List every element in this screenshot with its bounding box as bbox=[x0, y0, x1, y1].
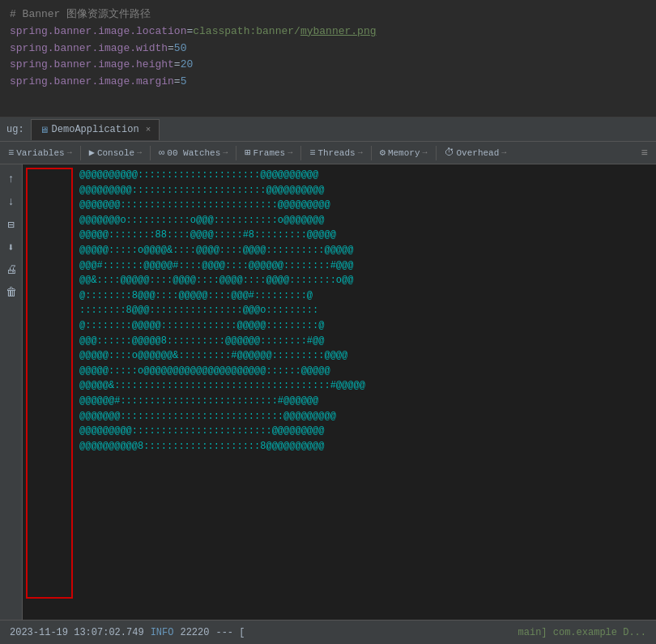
scroll-down-button[interactable]: ↓ bbox=[3, 194, 19, 210]
toolbar-frames-label: Frames bbox=[253, 148, 286, 158]
memory-icon: ⚙ bbox=[380, 147, 386, 159]
code-editor: # Banner 图像资源文件路径 spring.banner.image.lo… bbox=[0, 0, 656, 117]
frames-arrow-icon: → bbox=[288, 148, 292, 157]
code-key-1: spring.banner.image.location bbox=[10, 25, 186, 37]
code-num-3: 5 bbox=[181, 75, 187, 87]
toolbar-overhead[interactable]: ⏱ Overhead → bbox=[440, 145, 512, 160]
console-line-7: @@@#:::::::@@@@@#::::@@@@::::@@@@@@:::::… bbox=[23, 258, 656, 274]
console-line-5: @@@@@::::::::88::::@@@@:::::#8:::::::::@… bbox=[23, 228, 656, 243]
code-num-2: 20 bbox=[181, 58, 194, 70]
toolbar-variables[interactable]: ≡ Variables → bbox=[3, 146, 77, 160]
toolbar-threads[interactable]: ≡ Threads → bbox=[305, 146, 367, 160]
debug-label: ug: bbox=[6, 124, 24, 135]
toolbar-sep-3 bbox=[236, 146, 236, 160]
sidebar-buttons: ↑ ↓ ⊟ ⬇ 🖨 🗑 bbox=[0, 164, 23, 620]
code-link-1: mybanner.png bbox=[300, 25, 377, 37]
console-line-9: @::::::::8@@@::::@@@@@::::@@@#:::::::::@ bbox=[23, 288, 656, 304]
status-class: main] com.example D... bbox=[518, 627, 646, 638]
console-line-18: @@@@@@@@@::::::::::::::::::::::::@@@@@@@… bbox=[23, 424, 656, 439]
toolbar-sep-4 bbox=[300, 146, 301, 160]
code-key-3: spring.banner.image.height bbox=[10, 58, 174, 70]
console-icon: ▶ bbox=[89, 147, 95, 159]
console-line-2: @@@@@@@@@:::::::::::::::::::::::@@@@@@@@… bbox=[23, 183, 656, 198]
demo-application-tab[interactable]: 🖥 DemoApplication × bbox=[31, 119, 160, 140]
toolbar: ≡ Variables → ▶ Console → ∞ 00 Watches →… bbox=[0, 142, 656, 164]
variables-arrow-icon: → bbox=[67, 148, 72, 157]
toolbar-overhead-label: Overhead bbox=[457, 148, 500, 158]
frames-icon: ⊞ bbox=[245, 147, 250, 159]
tab-close-button[interactable]: × bbox=[146, 125, 151, 134]
threads-icon: ≡ bbox=[309, 147, 315, 159]
collapse-button[interactable]: ⊟ bbox=[3, 216, 19, 232]
toolbar-frames[interactable]: ⊞ Frames → bbox=[240, 145, 297, 160]
console-line-3: @@@@@@@:::::::::::::::::::::::::::@@@@@@… bbox=[23, 198, 656, 213]
watches-arrow-icon: → bbox=[223, 148, 228, 157]
memory-arrow-icon: → bbox=[422, 148, 427, 157]
toolbar-sep-6 bbox=[436, 146, 437, 160]
console-area[interactable]: @@@@@@@@@@:::::::::::::::::::::@@@@@@@@@… bbox=[23, 164, 656, 620]
toolbar-sep-1 bbox=[80, 146, 81, 160]
status-separator: --- [ bbox=[215, 627, 245, 638]
threads-arrow-icon: → bbox=[358, 148, 363, 157]
console-line-6: @@@@@:::::o@@@@&::::@@@@::::@@@@::::::::… bbox=[23, 243, 656, 258]
toolbar-threads-label: Threads bbox=[317, 148, 355, 158]
delete-button[interactable]: 🗑 bbox=[3, 284, 19, 301]
code-line-2: spring.banner.image.location=classpath:b… bbox=[10, 23, 646, 41]
toolbar-memory[interactable]: ⚙ Memory → bbox=[375, 145, 432, 160]
code-line-4: spring.banner.image.height=20 bbox=[10, 57, 646, 74]
console-line-1: @@@@@@@@@@:::::::::::::::::::::@@@@@@@@@… bbox=[23, 168, 656, 183]
overhead-icon: ⏱ bbox=[445, 147, 454, 159]
toolbar-console-label: Console bbox=[97, 148, 134, 158]
tab-app-icon: 🖥 bbox=[40, 125, 49, 135]
code-line-5: spring.banner.image.margin=5 bbox=[10, 74, 646, 91]
variables-icon: ≡ bbox=[8, 147, 14, 159]
console-line-13: @@@@@::::o@@@@@@&:::::::::#@@@@@@:::::::… bbox=[23, 348, 656, 364]
console-line-17: @@@@@@@::::::::::::::::::::::::::::@@@@@… bbox=[23, 409, 656, 424]
main-content: ↑ ↓ ⊟ ⬇ 🖨 🗑 @@@@@@@@@@::::::::::::::::::… bbox=[0, 164, 656, 620]
console-line-12: @@@::::::@@@@@8::::::::::@@@@@@::::::::#… bbox=[23, 334, 656, 349]
download-button[interactable]: ⬇ bbox=[3, 239, 19, 255]
print-button[interactable]: 🖨 bbox=[3, 262, 19, 278]
tab-label: DemoApplication bbox=[52, 124, 139, 135]
scroll-up-button[interactable]: ↑ bbox=[3, 171, 19, 187]
console-line-4: @@@@@@@o:::::::::::o@@@:::::::::::o@@@@@… bbox=[23, 213, 656, 228]
toolbar-console[interactable]: ▶ Console → bbox=[84, 145, 147, 160]
console-arrow-icon: → bbox=[137, 148, 142, 157]
toolbar-watches[interactable]: ∞ 00 Watches → bbox=[154, 146, 232, 160]
code-key-4: spring.banner.image.margin bbox=[10, 75, 174, 87]
code-val-1: classpath:banner/ bbox=[193, 25, 300, 37]
code-line-1: # Banner 图像资源文件路径 bbox=[10, 6, 646, 23]
console-line-16: @@@@@@#:::::::::::::::::::::::::::#@@@@@… bbox=[23, 394, 656, 409]
console-line-15: @@@@@&::::::::::::::::::::::::::::::::::… bbox=[23, 378, 656, 394]
status-pid: 22220 bbox=[180, 627, 209, 638]
status-timestamp: 2023-11-19 13:07:02.749 bbox=[10, 627, 144, 638]
toolbar-variables-label: Variables bbox=[16, 148, 64, 158]
code-comment: # Banner 图像资源文件路径 bbox=[10, 8, 151, 20]
toolbar-sep-2 bbox=[150, 146, 151, 160]
console-line-10: ::::::::8@@@::::::::::::::::@@@o::::::::… bbox=[23, 303, 656, 318]
tab-bar: ug: 🖥 DemoApplication × bbox=[0, 117, 656, 142]
watches-icon: ∞ bbox=[159, 147, 164, 159]
status-bar: 2023-11-19 13:07:02.749 INFO 22220 --- [… bbox=[0, 620, 656, 644]
code-line-3: spring.banner.image.width=50 bbox=[10, 41, 646, 58]
console-line-11: @::::::::@@@@@:::::::::::::@@@@@::::::::… bbox=[23, 318, 656, 334]
toolbar-more-button[interactable]: ≡ bbox=[637, 145, 653, 161]
status-level: INFO bbox=[151, 627, 174, 638]
toolbar-watches-label: 00 Watches bbox=[167, 148, 220, 158]
toolbar-memory-label: Memory bbox=[388, 148, 420, 158]
overhead-arrow-icon: → bbox=[501, 148, 506, 157]
code-num-1: 50 bbox=[174, 42, 187, 54]
console-line-14: @@@@@:::::o@@@@@@@@@@@@@@@@@@@@@::::::@@… bbox=[23, 364, 656, 379]
console-line-19: @@@@@@@@@@8::::::::::::::::::::8@@@@@@@@… bbox=[23, 439, 656, 454]
toolbar-sep-5 bbox=[371, 146, 372, 160]
code-key-2: spring.banner.image.width bbox=[10, 42, 168, 54]
console-line-8: @@&::::@@@@@::::@@@@::::@@@@::::@@@@::::… bbox=[23, 273, 656, 288]
